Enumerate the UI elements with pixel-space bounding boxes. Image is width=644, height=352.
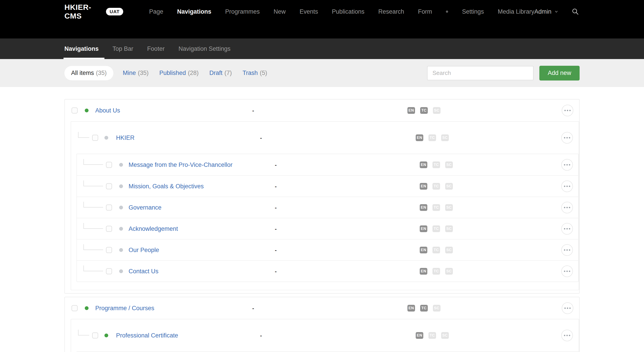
nav-item-link[interactable]: Mission, Goals & Objectives — [128, 183, 204, 190]
status-dot — [119, 248, 123, 252]
lang-badge-tc[interactable]: TC — [432, 268, 440, 274]
row-actions-button[interactable] — [561, 132, 573, 144]
nav-item-link[interactable]: Programme / Courses — [95, 304, 154, 312]
value-dash: - — [252, 305, 254, 311]
lang-badge-en[interactable]: EN — [420, 247, 427, 254]
nav-item-link[interactable]: Our People — [128, 246, 159, 254]
filter-published[interactable]: Published (28) — [160, 70, 199, 76]
lang-badge-tc[interactable]: TC — [432, 247, 440, 254]
row-checkbox[interactable] — [106, 204, 112, 210]
lang-badge-tc[interactable]: TC — [428, 134, 436, 141]
nav-item-navigations[interactable]: Navigations — [177, 8, 211, 15]
nav-item-page[interactable]: Page — [149, 8, 163, 15]
filter-mine[interactable]: Mine (35) — [123, 70, 149, 76]
lang-badge-en[interactable]: EN — [420, 183, 427, 190]
tab-navigation-settings[interactable]: Navigation Settings — [178, 38, 230, 59]
lang-badge-sc[interactable]: SC — [433, 305, 440, 312]
row-checkbox[interactable] — [106, 226, 112, 232]
tab-footer[interactable]: Footer — [147, 38, 164, 59]
lang-badge-en[interactable]: EN — [408, 107, 415, 114]
value-dash: - — [275, 247, 276, 253]
filter-draft[interactable]: Draft (7) — [209, 70, 232, 76]
nav-item-link[interactable]: Acknowledgement — [128, 225, 178, 232]
nav-item-events[interactable]: Events — [300, 8, 318, 15]
row-actions-button[interactable] — [561, 330, 573, 341]
filter-trash[interactable]: Trash (5) — [242, 70, 267, 76]
search-icon[interactable] — [572, 8, 579, 16]
lang-badge-en[interactable]: EN — [420, 204, 427, 211]
nav-item-settings[interactable]: Settings — [462, 8, 484, 15]
row-actions-button[interactable] — [561, 180, 573, 192]
nav-item-form[interactable]: Form — [418, 8, 432, 15]
status-dot — [119, 184, 123, 188]
lang-badge-en[interactable]: EN — [420, 226, 427, 232]
status-dot — [119, 227, 123, 230]
lang-badge-sc[interactable]: SC — [445, 162, 453, 168]
lang-badge-sc[interactable]: SC — [445, 268, 453, 274]
lang-badge-tc[interactable]: TC — [432, 183, 440, 190]
language-badges: ENTCSC — [420, 204, 453, 211]
nav-item-link[interactable]: About Us — [95, 107, 120, 114]
row-actions-button[interactable] — [561, 266, 573, 277]
row-checkbox[interactable] — [106, 268, 112, 274]
nav-item-link[interactable]: Governance — [128, 204, 162, 211]
row-checkbox[interactable] — [92, 135, 98, 141]
row-checkbox[interactable] — [72, 305, 78, 311]
ellipsis-icon — [567, 308, 568, 309]
filter-bar: All items (35) Mine (35) Published (28) … — [0, 59, 644, 87]
lang-badge-sc[interactable]: SC — [433, 107, 440, 114]
row-actions-button[interactable] — [562, 105, 573, 116]
user-menu[interactable]: Admin — [534, 8, 558, 15]
lang-badge-sc[interactable]: SC — [445, 204, 453, 211]
lang-badge-tc[interactable]: TC — [432, 204, 440, 211]
lang-badge-en[interactable]: EN — [408, 305, 415, 312]
nav-row: Contact Us - ENTCSC — [77, 260, 578, 282]
filter-all-items[interactable]: All items (35) — [64, 66, 113, 80]
nav-item-publications[interactable]: Publications — [332, 8, 364, 15]
search-input[interactable] — [427, 66, 534, 80]
ellipsis-icon — [569, 207, 570, 208]
filter-count: (5) — [260, 70, 267, 76]
nav-item-research[interactable]: Research — [378, 8, 404, 15]
language-badges: ENTCSC — [420, 268, 453, 274]
row-checkbox[interactable] — [106, 162, 112, 168]
lang-badge-sc[interactable]: SC — [441, 134, 449, 141]
lang-badge-sc[interactable]: SC — [445, 226, 453, 232]
lang-badge-en[interactable]: EN — [416, 332, 423, 339]
row-checkbox[interactable] — [106, 247, 112, 253]
nav-item-link[interactable]: Contact Us — [128, 268, 158, 274]
language-badges: ENTCSC — [420, 162, 453, 168]
row-actions-button[interactable] — [561, 202, 573, 213]
lang-badge-sc[interactable]: SC — [445, 247, 453, 254]
ellipsis-icon — [566, 270, 568, 272]
nav-item-new[interactable]: New — [274, 8, 286, 15]
lang-badge-tc[interactable]: TC — [432, 226, 440, 232]
row-actions-button[interactable] — [561, 244, 573, 256]
add-new-button[interactable]: Add new — [539, 66, 580, 80]
nav-item-link[interactable]: Message from the Pro-Vice-Chancellor — [128, 161, 232, 168]
lang-badge-en[interactable]: EN — [420, 162, 427, 168]
row-actions-button[interactable] — [562, 302, 573, 314]
lang-badge-en[interactable]: EN — [416, 134, 423, 141]
lang-badge-sc[interactable]: SC — [441, 332, 449, 339]
app-logo[interactable]: HKIER-CMS — [64, 3, 100, 20]
lang-badge-en[interactable]: EN — [420, 268, 427, 274]
lang-badge-sc[interactable]: SC — [445, 183, 453, 190]
lang-badge-tc[interactable]: TC — [420, 107, 428, 114]
lang-badge-tc[interactable]: TC — [432, 162, 440, 168]
row-actions-button[interactable] — [561, 159, 573, 171]
nav-row: Acknowledgement - ENTCSC — [77, 218, 578, 239]
tab-top-bar[interactable]: Top Bar — [112, 38, 133, 59]
row-checkbox[interactable] — [72, 107, 78, 114]
nav-item-link[interactable]: HKIER — [116, 134, 134, 141]
lang-badge-tc[interactable]: TC — [420, 305, 428, 312]
row-checkbox[interactable] — [106, 183, 112, 189]
row-checkbox[interactable] — [92, 332, 98, 338]
nav-item-media-library[interactable]: Media Library — [498, 8, 534, 15]
row-actions-button[interactable] — [561, 223, 573, 234]
nav-item-link[interactable]: Professional Certificate — [116, 332, 178, 339]
nav-item-programmes[interactable]: Programmes — [225, 8, 260, 15]
lang-badge-tc[interactable]: TC — [428, 332, 436, 339]
user-menu-label: Admin — [534, 8, 552, 15]
tab-navigations[interactable]: Navigations — [64, 38, 98, 59]
